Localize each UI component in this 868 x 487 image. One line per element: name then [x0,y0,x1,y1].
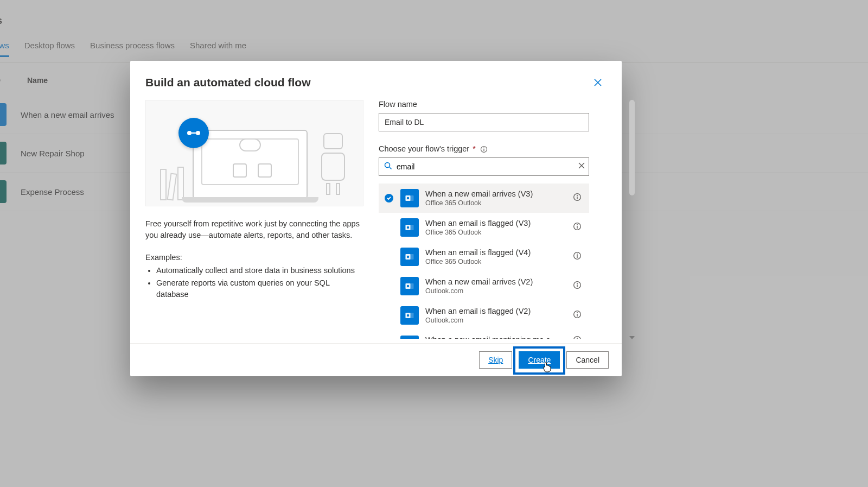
dialog-blurb: Free yourself from repetitive work just … [145,218,363,241]
flow-name-label: Flow name [379,100,602,109]
outlook-icon [400,218,419,237]
search-icon [384,161,392,172]
svg-point-16 [407,197,409,199]
build-automated-cloud-flow-dialog: Build an automated cloud flow Free yours… [130,61,622,376]
trigger-search[interactable] [379,157,589,176]
svg-point-40 [407,314,409,317]
trigger-item[interactable]: When an email is flagged (V2)Outlook.com [379,301,589,330]
trigger-title: When an email is flagged (V4) [425,248,566,257]
flow-name-input[interactable] [379,113,589,131]
svg-point-13 [385,163,390,168]
svg-rect-19 [577,197,577,199]
examples-heading: Examples: [145,253,363,262]
illustration [145,100,363,206]
svg-point-24 [577,224,578,225]
svg-point-11 [483,148,484,149]
svg-point-36 [577,283,578,284]
trigger-search-input[interactable] [392,162,578,171]
outlook-icon [400,189,419,207]
svg-rect-12 [483,149,484,151]
svg-point-28 [407,256,409,258]
info-icon[interactable] [573,222,584,233]
svg-point-9 [196,131,200,135]
selected-check-icon[interactable] [384,194,394,203]
svg-point-30 [577,254,578,255]
close-icon[interactable] [589,74,607,91]
outlook-icon [400,306,419,325]
info-icon[interactable] [480,146,488,153]
svg-rect-31 [577,255,577,258]
cancel-button[interactable]: Cancel [566,351,609,369]
trigger-item[interactable]: When a new email arrives (V3)Office 365 … [379,184,589,213]
svg-point-34 [407,285,409,287]
skip-button[interactable]: Skip [479,351,512,369]
info-icon[interactable] [573,336,584,339]
trigger-item[interactable]: When a new email mentioning me a...Outlo… [379,330,589,339]
example-item: Generate reports via custom queries on y… [156,277,363,300]
svg-rect-25 [577,226,577,229]
svg-point-48 [577,338,578,339]
trigger-subtitle: Office 365 Outlook [425,258,566,265]
info-icon[interactable] [573,193,584,204]
flow-badge-icon [178,118,209,148]
trigger-title: When an email is flagged (V3) [425,219,566,227]
trigger-item[interactable]: When an email is flagged (V3)Office 365 … [379,213,589,242]
outlook-icon [400,336,419,339]
svg-point-22 [407,226,409,229]
trigger-title: When an email is flagged (V2) [425,307,566,315]
trigger-title: When a new email arrives (V2) [425,277,566,286]
create-button[interactable]: Create [519,351,560,369]
trigger-subtitle: Outlook.com [425,317,566,324]
trigger-subtitle: Office 365 Outlook [425,199,566,207]
svg-point-18 [577,195,578,196]
outlook-icon [400,277,419,295]
dialog-title: Build an automated cloud flow [145,76,311,89]
info-icon[interactable] [573,281,584,292]
svg-rect-43 [577,314,577,317]
svg-rect-37 [577,284,577,287]
trigger-subtitle: Outlook.com [425,287,566,295]
example-item: Automatically collect and store data in … [156,265,363,276]
trigger-list: When a new email arrives (V3)Office 365 … [379,184,589,339]
scroll-down-icon[interactable] [628,333,636,340]
trigger-item[interactable]: When an email is flagged (V4)Office 365 … [379,242,589,271]
outlook-icon [400,248,419,266]
info-icon[interactable] [573,310,584,321]
svg-point-8 [187,131,192,135]
info-icon[interactable] [573,251,584,262]
clear-search-icon[interactable] [578,162,585,172]
svg-point-42 [577,312,578,313]
trigger-label: Choose your flow's trigger * [379,144,602,153]
trigger-title: When a new email arrives (V3) [425,189,566,198]
trigger-item[interactable]: When a new email arrives (V2)Outlook.com [379,271,589,301]
trigger-subtitle: Office 365 Outlook [425,229,566,236]
scrollbar[interactable] [629,100,635,195]
trigger-title: When a new email mentioning me a... [425,336,566,339]
